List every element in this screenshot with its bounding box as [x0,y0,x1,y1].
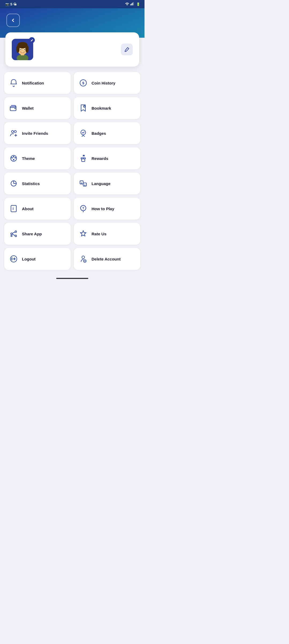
home-indicator [0,275,144,283]
menu-item-how-to-play[interactable]: ?How to Play [74,198,140,220]
language-icon: AA [78,178,88,189]
menu-item-invite-friends[interactable]: Invite Friends [4,122,71,144]
status-bar: 📷 S 🌤 🔋 [0,0,144,8]
badge-icon [78,128,88,138]
howtoplay-icon: ? [78,204,88,214]
rate-icon [78,229,88,239]
wifi-icon [125,2,129,6]
svg-line-45 [12,232,15,233]
menu-label-theme: Theme [22,156,35,161]
svg-rect-36 [11,205,16,212]
menu-label-statistics: Statistics [22,181,40,186]
svg-point-38 [13,207,13,208]
menu-label-wallet: Wallet [22,106,34,110]
svg-text:A: A [84,184,86,186]
svg-point-49 [82,256,85,259]
menu-item-delete-account[interactable]: Delete Account [74,248,140,270]
share-icon [9,229,19,239]
svg-point-21 [12,131,14,133]
status-right: 🔋 [125,2,140,6]
logout-icon [9,254,19,264]
menu-item-theme[interactable]: Theme [4,147,71,169]
edit-profile-button[interactable] [121,44,133,55]
svg-point-27 [12,157,13,159]
menu-item-share-app[interactable]: Share App [4,223,71,245]
svg-line-46 [12,234,15,236]
svg-text:A: A [81,182,82,184]
status-left: 📷 S 🌤 [4,2,17,6]
svg-point-43 [15,231,17,232]
rewards-icon [78,153,88,163]
svg-point-10 [25,45,29,53]
menu-item-bookmark[interactable]: Bookmark [74,97,140,119]
menu-label-badges: Badges [92,131,106,136]
menu-label-delete-account: Delete Account [92,257,121,261]
menu-label-logout: Logout [22,257,36,261]
svg-point-22 [14,131,16,133]
status-icons: 📷 S 🌤 [5,2,17,6]
menu-label-rewards: Rewards [92,156,108,161]
menu-item-wallet[interactable]: Wallet [4,97,71,119]
menu-grid: Notification$Coin HistoryWalletBookmarkI… [0,72,144,275]
svg-point-25 [81,130,86,135]
svg-point-18 [14,108,16,109]
svg-point-28 [13,156,14,158]
svg-point-30 [13,159,14,160]
statistics-icon [9,178,19,189]
coin-icon: $ [78,78,88,88]
bookmark-icon [78,103,88,113]
menu-label-about: About [22,206,33,211]
svg-point-44 [15,235,17,237]
home-bar [56,278,88,279]
avatar-wrapper[interactable] [12,39,33,60]
svg-text:?: ? [82,206,84,210]
svg-point-14 [24,49,25,50]
menu-item-statistics[interactable]: Statistics [4,172,71,194]
profile-card [5,32,139,67]
svg-point-13 [20,49,21,50]
menu-label-notification: Notification [22,81,44,85]
menu-item-rate-us[interactable]: Rate Us [74,223,140,245]
svg-rect-2 [132,3,133,5]
svg-rect-1 [131,3,132,5]
svg-rect-3 [133,2,134,5]
svg-point-29 [15,157,16,159]
theme-icon [9,153,19,163]
menu-item-about[interactable]: About [4,198,71,220]
menu-label-language: Language [92,181,111,186]
menu-item-rewards[interactable]: Rewards [74,147,140,169]
menu-item-language[interactable]: AALanguage [74,172,140,194]
profile-left [12,39,37,60]
svg-point-47 [11,235,12,237]
menu-label-coin-history: Coin History [92,81,115,85]
menu-label-invite-friends: Invite Friends [22,131,48,136]
svg-point-9 [16,45,20,53]
menu-item-coin-history[interactable]: $Coin History [74,72,140,94]
signal-icon [130,2,134,6]
about-icon [9,204,19,214]
menu-label-rate-us: Rate Us [92,232,107,236]
svg-rect-31 [82,159,85,162]
back-button[interactable] [6,14,20,27]
svg-point-42 [11,233,12,235]
menu-item-logout[interactable]: Logout [4,248,71,270]
menu-item-badges[interactable]: Badges [74,122,140,144]
menu-label-share-app: Share App [22,232,42,236]
battery-icon: 🔋 [136,2,140,6]
avatar-edit-badge [29,37,35,43]
wallet-icon [9,103,19,113]
menu-item-notification[interactable]: Notification [4,72,71,94]
delete-icon [78,254,88,264]
svg-text:$: $ [82,81,84,85]
menu-label-bookmark: Bookmark [92,106,111,110]
bell-icon [9,78,19,88]
svg-rect-0 [130,4,131,5]
invite-icon [9,128,19,138]
menu-label-how-to-play: How to Play [92,206,114,211]
